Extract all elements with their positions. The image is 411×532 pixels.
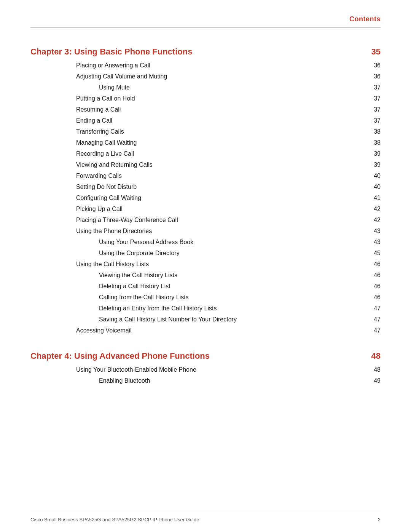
toc-entry: Recording a Live Call39: [30, 148, 381, 159]
page: Contents Chapter 3: Using Basic Phone Fu…: [0, 0, 411, 532]
toc-entry: Ending a Call37: [30, 115, 381, 126]
toc-entry: Using Mute37: [30, 82, 381, 93]
toc-entry: Placing or Answering a Call36: [30, 60, 381, 71]
toc-page-number: 46: [374, 261, 381, 268]
toc-page-number: 37: [374, 84, 381, 91]
bottom-divider: [30, 511, 381, 511]
toc-page-number: 46: [374, 283, 381, 290]
toc-page-number: 42: [374, 206, 381, 212]
toc-label: Enabling Bluetooth: [30, 377, 150, 384]
toc-label: Viewing and Returning Calls: [30, 161, 153, 168]
toc-entry: Using Your Bluetooth-Enabled Mobile Phon…: [30, 364, 381, 375]
toc-page-number: 37: [374, 117, 381, 124]
toc-entry: Deleting a Call History List46: [30, 281, 381, 292]
toc-page-number: 43: [374, 228, 381, 235]
toc-label: Adjusting Call Volume and Muting: [30, 73, 167, 80]
toc-entry: Using the Phone Directories43: [30, 225, 381, 236]
toc-entry: Using the Corporate Directory45: [30, 248, 381, 259]
toc-page-number: 36: [374, 73, 381, 80]
chapter-heading-1: Chapter 4: Using Advanced Phone Function…: [30, 351, 381, 361]
toc-entry: Accessing Voicemail47: [30, 325, 381, 336]
chapter-chapter3: Chapter 3: Using Basic Phone Functions35…: [30, 47, 381, 336]
toc-label: Deleting an Entry from the Call History …: [30, 305, 217, 312]
toc-page-number: 45: [374, 250, 381, 257]
toc-entry: Placing a Three-Way Conference Call42: [30, 214, 381, 225]
toc-entry: Managing Call Waiting38: [30, 137, 381, 148]
toc-label: Recording a Live Call: [30, 150, 134, 157]
toc-page-number: 46: [374, 272, 381, 279]
toc-entry: Calling from the Call History Lists46: [30, 292, 381, 303]
toc-label: Putting a Call on Hold: [30, 95, 135, 102]
toc-page-number: 38: [374, 139, 381, 146]
toc-page-number: 36: [374, 62, 381, 69]
contents-heading: Contents: [349, 15, 381, 23]
toc-label: Ending a Call: [30, 117, 112, 124]
toc-entry: Enabling Bluetooth49: [30, 375, 381, 386]
toc-entry: Picking Up a Call42: [30, 203, 381, 214]
toc-page-number: 40: [374, 184, 381, 190]
main-content: Chapter 3: Using Basic Phone Functions35…: [0, 28, 411, 409]
toc-entry: Saving a Call History List Number to You…: [30, 314, 381, 325]
toc-entry: Viewing and Returning Calls39: [30, 159, 381, 170]
chapter-title-1: Chapter 4: Using Advanced Phone Function…: [30, 351, 210, 361]
toc-page-number: 46: [374, 294, 381, 301]
toc-entry: Using Your Personal Address Book43: [30, 236, 381, 248]
toc-page-number: 37: [374, 95, 381, 102]
toc-entry: Configuring Call Waiting41: [30, 192, 381, 203]
toc-label: Using the Corporate Directory: [30, 250, 180, 257]
toc-label: Accessing Voicemail: [30, 327, 132, 334]
toc-label: Configuring Call Waiting: [30, 195, 141, 201]
toc-label: Using the Phone Directories: [30, 228, 152, 235]
toc-page-number: 39: [374, 150, 381, 157]
toc-label: Using Your Personal Address Book: [30, 239, 193, 246]
toc-page-number: 37: [374, 106, 381, 113]
toc-entry: Deleting an Entry from the Call History …: [30, 303, 381, 314]
toc-entry: Using the Call History Lists46: [30, 259, 381, 270]
toc-label: Transferring Calls: [30, 128, 124, 135]
toc-label: Placing a Three-Way Conference Call: [30, 217, 178, 224]
toc-page-number: 40: [374, 173, 381, 179]
toc-page-number: 48: [374, 366, 381, 373]
page-header: Contents: [0, 0, 411, 27]
toc-page-number: 49: [374, 377, 381, 384]
toc-label: Calling from the Call History Lists: [30, 294, 189, 301]
chapter-chapter4: Chapter 4: Using Advanced Phone Function…: [30, 351, 381, 386]
toc-page-number: 47: [374, 316, 381, 323]
toc-page-number: 47: [374, 327, 381, 334]
toc-entry: Forwarding Calls40: [30, 170, 381, 181]
chapter-page-0: 35: [365, 47, 381, 57]
toc-page-number: 41: [374, 195, 381, 201]
toc-entry: Resuming a Call37: [30, 104, 381, 115]
toc-label: Using the Call History Lists: [30, 261, 149, 268]
page-footer: Cisco Small Business SPA525G and SPA525G…: [30, 517, 381, 522]
toc-page-number: 38: [374, 128, 381, 135]
footer-text-left: Cisco Small Business SPA525G and SPA525G…: [30, 517, 199, 522]
toc-label: Setting Do Not Disturb: [30, 184, 137, 190]
toc-page-number: 43: [374, 239, 381, 246]
toc-label: Managing Call Waiting: [30, 139, 137, 146]
toc-label: Placing or Answering a Call: [30, 62, 150, 69]
chapter-page-1: 48: [365, 351, 381, 361]
toc-page-number: 39: [374, 161, 381, 168]
footer-page-number: 2: [378, 517, 381, 522]
toc-entry: Transferring Calls38: [30, 126, 381, 137]
toc-entry: Setting Do Not Disturb40: [30, 181, 381, 192]
toc-entry: Viewing the Call History Lists46: [30, 270, 381, 281]
chapter-heading-0: Chapter 3: Using Basic Phone Functions35: [30, 47, 381, 57]
toc-label: Deleting a Call History List: [30, 283, 170, 290]
toc-page-number: 42: [374, 217, 381, 224]
toc-entry: Putting a Call on Hold37: [30, 93, 381, 104]
toc-label: Using Mute: [30, 84, 130, 91]
toc-label: Using Your Bluetooth-Enabled Mobile Phon…: [30, 366, 196, 373]
toc-page-number: 47: [374, 305, 381, 312]
toc-label: Viewing the Call History Lists: [30, 272, 177, 279]
toc-label: Resuming a Call: [30, 106, 121, 113]
toc-entry: Adjusting Call Volume and Muting36: [30, 71, 381, 82]
toc-label: Picking Up a Call: [30, 206, 123, 212]
toc-label: Forwarding Calls: [30, 173, 122, 179]
toc-label: Saving a Call History List Number to You…: [30, 316, 237, 323]
chapter-title-0: Chapter 3: Using Basic Phone Functions: [30, 47, 192, 57]
